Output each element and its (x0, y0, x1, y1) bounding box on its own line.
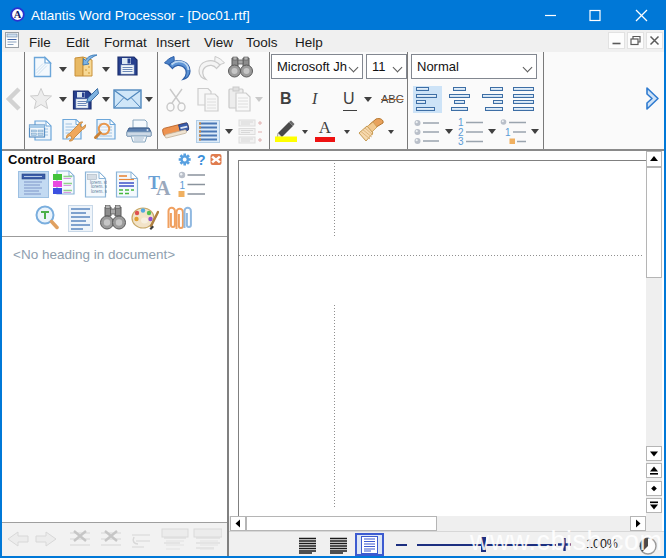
svg-text:lorem. st.: lorem. st. (91, 189, 107, 194)
svg-text:A: A (14, 9, 22, 20)
svg-text:1: 1 (180, 180, 186, 191)
svg-text:3: 3 (458, 136, 464, 145)
svg-text:1: 1 (505, 127, 511, 138)
svg-text:?: ? (197, 153, 206, 166)
svg-text:A: A (156, 177, 171, 197)
